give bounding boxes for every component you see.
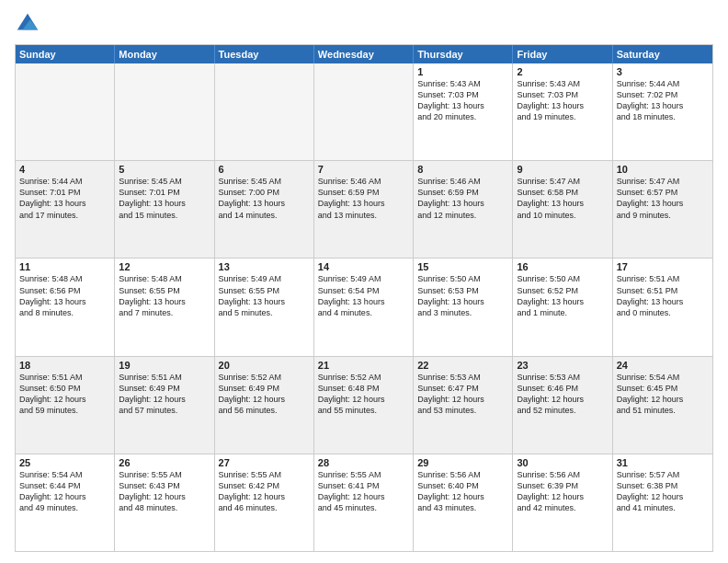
weekday-header-sunday: Sunday: [16, 45, 115, 63]
calendar-cell: 4Sunrise: 5:44 AM Sunset: 7:01 PM Daylig…: [16, 161, 115, 258]
day-number: 10: [617, 164, 709, 175]
day-detail: Sunrise: 5:55 AM Sunset: 6:43 PM Dayligh…: [119, 469, 210, 514]
calendar-week-3: 11Sunrise: 5:48 AM Sunset: 6:56 PM Dayli…: [16, 259, 712, 356]
calendar-week-5: 25Sunrise: 5:54 AM Sunset: 6:44 PM Dayli…: [16, 454, 712, 551]
weekday-header-thursday: Thursday: [414, 45, 513, 63]
day-number: 15: [417, 261, 508, 272]
day-number: 24: [617, 360, 709, 371]
day-detail: Sunrise: 5:52 AM Sunset: 6:48 PM Dayligh…: [318, 372, 409, 417]
day-detail: Sunrise: 5:46 AM Sunset: 6:59 PM Dayligh…: [318, 176, 409, 221]
calendar-cell: 22Sunrise: 5:53 AM Sunset: 6:47 PM Dayli…: [414, 357, 513, 454]
calendar-cell: 2Sunrise: 5:43 AM Sunset: 7:03 PM Daylig…: [513, 63, 612, 160]
day-detail: Sunrise: 5:55 AM Sunset: 6:41 PM Dayligh…: [318, 469, 409, 514]
calendar-week-1: 1Sunrise: 5:43 AM Sunset: 7:03 PM Daylig…: [16, 63, 712, 161]
day-detail: Sunrise: 5:48 AM Sunset: 6:55 PM Dayligh…: [119, 273, 210, 318]
day-number: 4: [19, 164, 110, 175]
calendar-cell: 16Sunrise: 5:50 AM Sunset: 6:52 PM Dayli…: [513, 259, 612, 355]
day-detail: Sunrise: 5:50 AM Sunset: 6:53 PM Dayligh…: [417, 273, 508, 318]
day-detail: Sunrise: 5:49 AM Sunset: 6:55 PM Dayligh…: [219, 273, 310, 318]
day-number: 22: [417, 360, 508, 371]
calendar-cell: 23Sunrise: 5:53 AM Sunset: 6:46 PM Dayli…: [513, 357, 612, 454]
weekday-header-friday: Friday: [513, 45, 612, 63]
calendar-cell: 29Sunrise: 5:56 AM Sunset: 6:40 PM Dayli…: [414, 454, 513, 551]
day-number: 5: [119, 164, 210, 175]
day-detail: Sunrise: 5:45 AM Sunset: 7:01 PM Dayligh…: [119, 176, 210, 221]
calendar-cell: 30Sunrise: 5:56 AM Sunset: 6:39 PM Dayli…: [513, 454, 612, 551]
day-detail: Sunrise: 5:44 AM Sunset: 7:01 PM Dayligh…: [19, 176, 110, 221]
calendar-header: SundayMondayTuesdayWednesdayThursdayFrid…: [16, 45, 712, 63]
day-detail: Sunrise: 5:56 AM Sunset: 6:39 PM Dayligh…: [517, 469, 608, 514]
day-detail: Sunrise: 5:47 AM Sunset: 6:58 PM Dayligh…: [517, 176, 608, 221]
calendar-cell: 9Sunrise: 5:47 AM Sunset: 6:58 PM Daylig…: [513, 161, 612, 258]
calendar-cell: 13Sunrise: 5:49 AM Sunset: 6:55 PM Dayli…: [215, 259, 314, 355]
day-number: 20: [219, 360, 310, 371]
calendar-cell: 24Sunrise: 5:54 AM Sunset: 6:45 PM Dayli…: [613, 357, 712, 454]
day-number: 8: [417, 164, 508, 175]
calendar-cell: 7Sunrise: 5:46 AM Sunset: 6:59 PM Daylig…: [314, 161, 414, 258]
day-number: 19: [119, 360, 210, 371]
weekday-header-wednesday: Wednesday: [314, 45, 414, 63]
day-number: 23: [517, 360, 608, 371]
weekday-header-saturday: Saturday: [613, 45, 712, 63]
day-detail: Sunrise: 5:44 AM Sunset: 7:02 PM Dayligh…: [617, 78, 709, 123]
calendar-cell: 12Sunrise: 5:48 AM Sunset: 6:55 PM Dayli…: [115, 259, 214, 355]
calendar-cell: [215, 63, 314, 160]
day-detail: Sunrise: 5:51 AM Sunset: 6:51 PM Dayligh…: [617, 273, 709, 318]
day-number: 3: [617, 66, 709, 77]
weekday-header-tuesday: Tuesday: [215, 45, 314, 63]
calendar-cell: 31Sunrise: 5:57 AM Sunset: 6:38 PM Dayli…: [613, 454, 712, 551]
logo-icon: [15, 11, 40, 37]
calendar-cell: [115, 63, 214, 160]
calendar-cell: [314, 63, 414, 160]
day-number: 30: [517, 457, 608, 468]
day-number: 1: [417, 66, 508, 77]
day-detail: Sunrise: 5:53 AM Sunset: 6:46 PM Dayligh…: [517, 372, 608, 417]
calendar-body: 1Sunrise: 5:43 AM Sunset: 7:03 PM Daylig…: [16, 63, 712, 551]
day-detail: Sunrise: 5:46 AM Sunset: 6:59 PM Dayligh…: [417, 176, 508, 221]
page: SundayMondayTuesdayWednesdayThursdayFrid…: [0, 0, 728, 563]
day-number: 11: [19, 261, 110, 272]
calendar-cell: 27Sunrise: 5:55 AM Sunset: 6:42 PM Dayli…: [215, 454, 314, 551]
day-detail: Sunrise: 5:50 AM Sunset: 6:52 PM Dayligh…: [517, 273, 608, 318]
calendar-week-4: 18Sunrise: 5:51 AM Sunset: 6:50 PM Dayli…: [16, 357, 712, 454]
day-detail: Sunrise: 5:51 AM Sunset: 6:50 PM Dayligh…: [19, 372, 110, 417]
day-detail: Sunrise: 5:43 AM Sunset: 7:03 PM Dayligh…: [417, 78, 508, 123]
day-detail: Sunrise: 5:57 AM Sunset: 6:38 PM Dayligh…: [617, 469, 709, 514]
day-number: 6: [219, 164, 310, 175]
calendar-cell: 21Sunrise: 5:52 AM Sunset: 6:48 PM Dayli…: [314, 357, 414, 454]
day-detail: Sunrise: 5:55 AM Sunset: 6:42 PM Dayligh…: [219, 469, 310, 514]
calendar-cell: 14Sunrise: 5:49 AM Sunset: 6:54 PM Dayli…: [314, 259, 414, 355]
day-detail: Sunrise: 5:49 AM Sunset: 6:54 PM Dayligh…: [318, 273, 409, 318]
calendar-cell: 19Sunrise: 5:51 AM Sunset: 6:49 PM Dayli…: [115, 357, 214, 454]
day-number: 31: [617, 457, 709, 468]
day-detail: Sunrise: 5:52 AM Sunset: 6:49 PM Dayligh…: [219, 372, 310, 417]
day-number: 14: [318, 261, 409, 272]
day-number: 18: [19, 360, 110, 371]
day-detail: Sunrise: 5:51 AM Sunset: 6:49 PM Dayligh…: [119, 372, 210, 417]
day-number: 29: [417, 457, 508, 468]
day-detail: Sunrise: 5:54 AM Sunset: 6:44 PM Dayligh…: [19, 469, 110, 514]
calendar-cell: 1Sunrise: 5:43 AM Sunset: 7:03 PM Daylig…: [414, 63, 513, 160]
calendar-cell: 26Sunrise: 5:55 AM Sunset: 6:43 PM Dayli…: [115, 454, 214, 551]
day-number: 26: [119, 457, 210, 468]
day-number: 27: [219, 457, 310, 468]
calendar-cell: 11Sunrise: 5:48 AM Sunset: 6:56 PM Dayli…: [16, 259, 115, 355]
calendar-cell: [16, 63, 115, 160]
day-detail: Sunrise: 5:54 AM Sunset: 6:45 PM Dayligh…: [617, 372, 709, 417]
calendar-cell: 5Sunrise: 5:45 AM Sunset: 7:01 PM Daylig…: [115, 161, 214, 258]
day-number: 7: [318, 164, 409, 175]
day-detail: Sunrise: 5:47 AM Sunset: 6:57 PM Dayligh…: [617, 176, 709, 221]
calendar-cell: 20Sunrise: 5:52 AM Sunset: 6:49 PM Dayli…: [215, 357, 314, 454]
day-number: 13: [219, 261, 310, 272]
day-number: 25: [19, 457, 110, 468]
calendar-cell: 15Sunrise: 5:50 AM Sunset: 6:53 PM Dayli…: [414, 259, 513, 355]
calendar-cell: 25Sunrise: 5:54 AM Sunset: 6:44 PM Dayli…: [16, 454, 115, 551]
calendar-cell: 18Sunrise: 5:51 AM Sunset: 6:50 PM Dayli…: [16, 357, 115, 454]
day-number: 16: [517, 261, 608, 272]
day-number: 12: [119, 261, 210, 272]
calendar-cell: 8Sunrise: 5:46 AM Sunset: 6:59 PM Daylig…: [414, 161, 513, 258]
day-detail: Sunrise: 5:56 AM Sunset: 6:40 PM Dayligh…: [417, 469, 508, 514]
day-detail: Sunrise: 5:45 AM Sunset: 7:00 PM Dayligh…: [219, 176, 310, 221]
calendar-cell: 6Sunrise: 5:45 AM Sunset: 7:00 PM Daylig…: [215, 161, 314, 258]
calendar-cell: 28Sunrise: 5:55 AM Sunset: 6:41 PM Dayli…: [314, 454, 414, 551]
